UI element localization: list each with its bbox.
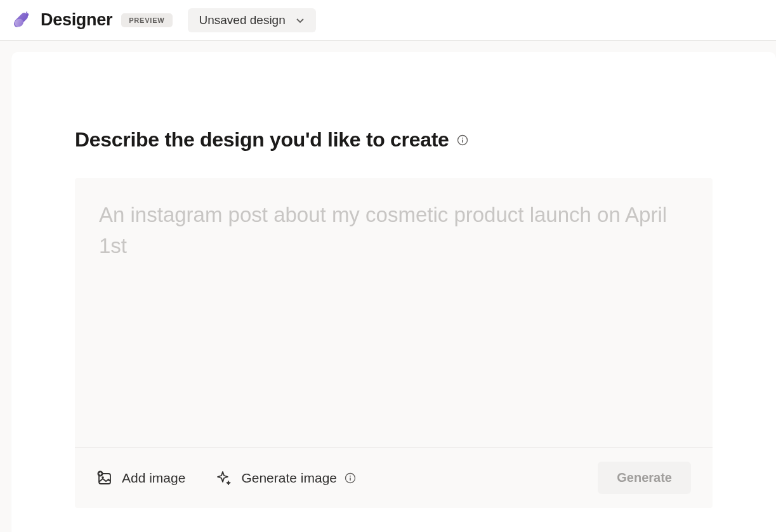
section-heading: Describe the design you'd like to create: [75, 128, 713, 152]
design-name-dropdown[interactable]: Unsaved design: [188, 8, 316, 32]
chevron-down-icon: [296, 16, 305, 25]
app-header: Designer PREVIEW Unsaved design: [0, 0, 776, 41]
generate-image-button[interactable]: Generate image: [216, 470, 356, 486]
generate-image-label: Generate image: [241, 470, 337, 486]
add-image-button[interactable]: Add image: [96, 470, 185, 486]
svg-point-1: [26, 13, 29, 15]
info-icon[interactable]: [345, 472, 356, 484]
app-title: Designer: [41, 10, 112, 30]
section-heading-text: Describe the design you'd like to create: [75, 128, 449, 152]
sparkle-icon: [216, 470, 232, 486]
svg-point-4: [462, 137, 463, 138]
prompt-toolbar: Add image Generate image: [75, 447, 713, 508]
svg-rect-2: [26, 11, 27, 13]
preview-badge: PREVIEW: [121, 13, 172, 27]
generate-button[interactable]: Generate: [598, 462, 691, 494]
svg-point-12: [350, 475, 351, 476]
designer-logo-icon: [10, 9, 33, 32]
add-image-icon: [96, 470, 113, 486]
info-icon[interactable]: [457, 134, 468, 146]
design-name-label: Unsaved design: [199, 13, 286, 27]
prompt-card: Describe the design you'd like to create: [11, 52, 776, 532]
prompt-area: Add image Generate image: [75, 178, 713, 508]
logo-wrap: Designer: [10, 9, 112, 32]
prompt-input[interactable]: [75, 178, 713, 444]
add-image-label: Add image: [122, 470, 185, 486]
main-area: Describe the design you'd like to create: [0, 41, 776, 532]
